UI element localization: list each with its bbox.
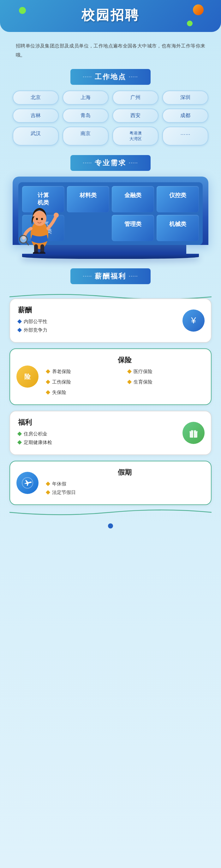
holiday-item-2: 法定节假日	[46, 490, 203, 496]
insurance-card-title: 保险	[46, 355, 203, 365]
city-xian[interactable]: 西安	[112, 108, 158, 123]
holiday-card: 假期 年休假 法定节假日	[9, 461, 212, 505]
header-dot-right2	[187, 21, 193, 26]
diamond-icon-10	[46, 482, 50, 486]
city-gbarea[interactable]: 粤港澳大湾区	[112, 127, 158, 146]
specialty-title-wrap: 专业需求	[0, 155, 221, 171]
work-location-title: 工作地点	[70, 69, 151, 85]
diamond-icon-4	[127, 369, 132, 374]
holiday-items: 年休假 法定节假日	[46, 481, 203, 496]
insurance-item-5: 失保险	[46, 390, 121, 396]
insurance-item-2: 医疗保险	[128, 369, 203, 375]
svg-point-3	[33, 252, 39, 254]
city-more[interactable]: ……	[162, 127, 208, 146]
insurance-item-3: 工伤保险	[46, 379, 121, 385]
location-grid: 北京 上海 广州 深圳 吉林 青岛 西安 成都 武汉 南京 粤港澳大湾区 ……	[0, 91, 221, 152]
specialty-material[interactable]: 材料类	[67, 186, 109, 212]
svg-point-6	[33, 211, 46, 226]
specialty-title: 专业需求	[70, 155, 151, 171]
diamond-icon-5	[46, 380, 50, 384]
salary-item-1: 内部公平性	[18, 319, 203, 325]
specialty-empty	[67, 215, 109, 241]
diamond-icon-6	[127, 380, 132, 384]
salary-welfare-title-wrap: 薪酬福利	[9, 268, 212, 284]
gift-icon	[188, 427, 199, 439]
city-shanghai[interactable]: 上海	[63, 91, 109, 105]
insurance-item-4: 生育保险	[128, 379, 203, 385]
holiday-card-title: 假期	[46, 468, 203, 477]
header-section: 校园招聘	[0, 0, 221, 32]
specialty-management[interactable]: 管理类	[112, 215, 154, 241]
salary-icon: ¥	[182, 309, 205, 332]
salary-card: 薪酬 内部公平性 外部竞争力 ¥	[9, 299, 212, 343]
welfare-items: 住房公积金 定期健康体检	[18, 431, 175, 445]
svg-line-10	[26, 242, 28, 245]
diamond-icon-9	[17, 440, 22, 444]
specialty-control[interactable]: 仪控类	[157, 186, 199, 212]
work-location-title-wrap: 工作地点	[0, 69, 221, 85]
header-dot-right	[193, 4, 204, 15]
footer-dot	[108, 523, 113, 528]
city-jilin[interactable]: 吉林	[13, 108, 59, 123]
page-title: 校园招聘	[13, 6, 208, 24]
girl-illustration	[19, 172, 60, 254]
insurance-icon: 险	[16, 366, 39, 388]
diamond-icon-8	[17, 432, 22, 436]
welfare-item-1: 住房公积金	[18, 431, 175, 437]
salary-item-2: 外部竞争力	[18, 327, 203, 333]
header-dot-left	[19, 7, 26, 14]
welfare-card-title: 福利	[18, 418, 203, 427]
welfare-item-2: 定期健康体检	[18, 439, 175, 445]
intro-text: 招聘单位涉及集团总部及成员单位，工作地点遍布全国各大中城市，也有海外工作等你来哦…	[0, 38, 221, 66]
curve-bottom	[9, 507, 212, 517]
specialty-finance[interactable]: 金融类	[112, 186, 154, 212]
salary-card-title: 薪酬	[18, 305, 203, 315]
diamond-icon-2	[17, 328, 22, 332]
diamond-icon-7	[46, 390, 50, 395]
insurance-item-1: 养老保险	[46, 369, 121, 375]
specialty-section: 计算机类 材料类 金融类 仪控类 电气……类 管理类 机械类	[0, 177, 221, 265]
city-chengdu[interactable]: 成都	[162, 108, 208, 123]
salary-welfare-section: 薪酬福利 薪酬 内部公平性 外部竞争力 ¥ 险 保险 养老保	[0, 265, 221, 541]
monitor-base	[22, 254, 199, 259]
insurance-card: 险 保险 养老保险 医疗保险 工伤保险 生育保险	[9, 348, 212, 405]
salary-welfare-title: 薪酬福利	[70, 268, 151, 284]
svg-point-8	[41, 218, 43, 220]
diamond-icon-3	[46, 369, 50, 374]
welfare-icon	[182, 422, 205, 444]
airplane-icon	[22, 477, 33, 489]
city-wuhan[interactable]: 武汉	[13, 127, 59, 146]
city-nanjing[interactable]: 南京	[63, 127, 109, 146]
city-beijing[interactable]: 北京	[13, 91, 59, 105]
welfare-card: 福利 住房公积金 定期健康体检	[9, 411, 212, 455]
city-qingdao[interactable]: 青岛	[63, 108, 109, 123]
svg-point-5	[54, 213, 59, 218]
diamond-icon-11	[46, 490, 50, 495]
city-guangzhou[interactable]: 广州	[112, 91, 158, 105]
svg-point-4	[39, 252, 45, 254]
insurance-items: 养老保险 医疗保险 工伤保险 生育保险 失保险	[46, 369, 203, 398]
svg-point-7	[36, 218, 38, 220]
diamond-icon	[17, 319, 22, 324]
holiday-item-1: 年休假	[46, 481, 203, 487]
city-shenzhen[interactable]: 深圳	[162, 91, 208, 105]
holiday-icon	[16, 472, 39, 494]
specialty-mechanical[interactable]: 机械类	[157, 215, 199, 241]
